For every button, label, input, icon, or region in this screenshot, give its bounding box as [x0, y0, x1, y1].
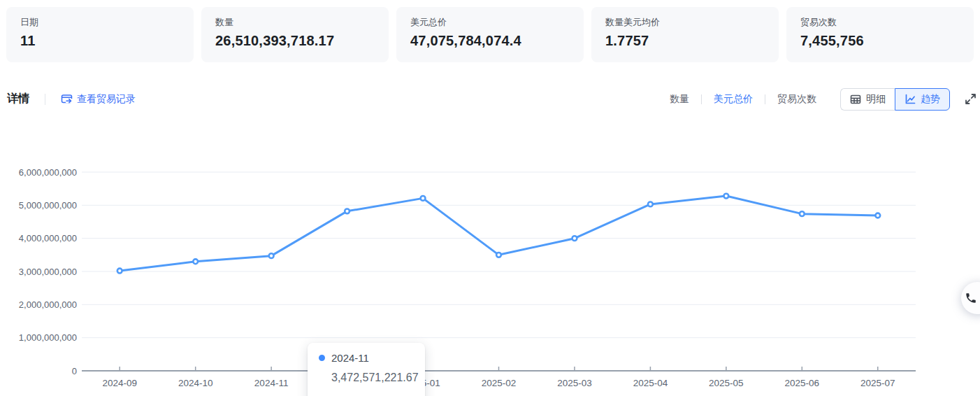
trend-chart[interactable]: 01,000,000,0002,000,000,0003,000,000,000… [0, 0, 980, 396]
svg-text:4,000,000,000: 4,000,000,000 [19, 233, 77, 243]
svg-text:1,000,000,000: 1,000,000,000 [19, 332, 77, 343]
svg-text:2024-09: 2024-09 [102, 378, 137, 388]
svg-text:3,000,000,000: 3,000,000,000 [19, 267, 77, 277]
svg-text:0: 0 [72, 366, 77, 376]
svg-text:2025-03: 2025-03 [557, 378, 592, 388]
svg-text:2024-11: 2024-11 [254, 378, 289, 388]
svg-text:2025-06: 2025-06 [785, 378, 820, 388]
svg-text:2025-07: 2025-07 [860, 378, 895, 388]
svg-text:5,000,000,000: 5,000,000,000 [19, 200, 77, 211]
tooltip-value: 3,472,571,221.67 [331, 372, 414, 384]
svg-text:2,000,000,000: 2,000,000,000 [19, 299, 77, 310]
chart-tooltip: 2024-11 3,472,571,221.67 [308, 343, 425, 396]
svg-text:2024-10: 2024-10 [178, 378, 213, 388]
svg-text:2025-04: 2025-04 [633, 378, 668, 388]
blue-dot-icon [319, 355, 325, 361]
svg-text:2025-05: 2025-05 [709, 378, 744, 388]
svg-text:6,000,000,000: 6,000,000,000 [19, 167, 77, 178]
tooltip-category: 2024-11 [331, 352, 369, 364]
phone-icon [965, 292, 977, 304]
svg-text:2025-02: 2025-02 [482, 378, 517, 388]
